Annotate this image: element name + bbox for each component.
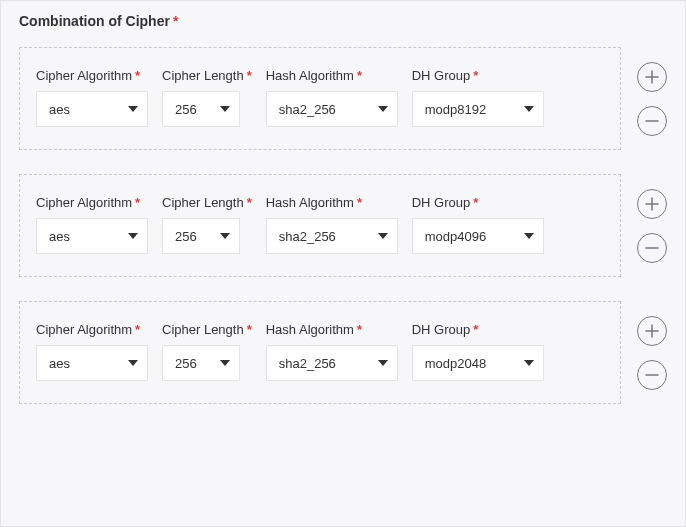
label-text: Cipher Length — [162, 195, 244, 210]
row-actions — [637, 189, 667, 263]
label-cipher-length: Cipher Length* — [162, 195, 252, 210]
label-cipher-algorithm: Cipher Algorithm* — [36, 322, 148, 337]
required-asterisk: * — [357, 322, 362, 337]
chevron-down-icon — [524, 233, 534, 239]
add-row-button[interactable] — [637, 189, 667, 219]
select-value: modp8192 — [425, 102, 486, 117]
chevron-down-icon — [220, 360, 230, 366]
cipher-row: Cipher Algorithm* aes Cipher Length* 256… — [19, 47, 667, 150]
select-dh-group[interactable]: modp2048 — [412, 345, 544, 381]
required-asterisk: * — [473, 195, 478, 210]
field-dh-group: DH Group* modp4096 — [412, 195, 544, 254]
add-row-button[interactable] — [637, 62, 667, 92]
label-cipher-length: Cipher Length* — [162, 68, 252, 83]
label-text: Cipher Algorithm — [36, 322, 132, 337]
required-asterisk: * — [357, 195, 362, 210]
row-actions — [637, 62, 667, 136]
chevron-down-icon — [378, 360, 388, 366]
label-text: Hash Algorithm — [266, 322, 354, 337]
select-hash-algorithm[interactable]: sha2_256 — [266, 218, 398, 254]
minus-icon — [645, 114, 659, 128]
chevron-down-icon — [524, 360, 534, 366]
select-value: sha2_256 — [279, 229, 336, 244]
field-cipher-length: Cipher Length* 256 — [162, 195, 252, 254]
cipher-card: Cipher Algorithm* aes Cipher Length* 256… — [19, 174, 621, 277]
select-value: 256 — [175, 356, 197, 371]
label-cipher-algorithm: Cipher Algorithm* — [36, 195, 148, 210]
select-cipher-length[interactable]: 256 — [162, 91, 240, 127]
chevron-down-icon — [128, 106, 138, 112]
cipher-row: Cipher Algorithm* aes Cipher Length* 256… — [19, 174, 667, 277]
remove-row-button[interactable] — [637, 106, 667, 136]
chevron-down-icon — [220, 106, 230, 112]
select-value: 256 — [175, 102, 197, 117]
select-value: modp4096 — [425, 229, 486, 244]
required-asterisk: * — [135, 68, 140, 83]
select-value: aes — [49, 356, 70, 371]
label-cipher-algorithm: Cipher Algorithm* — [36, 68, 148, 83]
select-value: aes — [49, 102, 70, 117]
cipher-combination-panel: Combination of Cipher* Cipher Algorithm*… — [0, 0, 686, 527]
required-asterisk: * — [247, 322, 252, 337]
required-asterisk: * — [135, 322, 140, 337]
minus-icon — [645, 241, 659, 255]
select-dh-group[interactable]: modp8192 — [412, 91, 544, 127]
chevron-down-icon — [128, 233, 138, 239]
field-dh-group: DH Group* modp8192 — [412, 68, 544, 127]
label-text: Hash Algorithm — [266, 195, 354, 210]
field-cipher-length: Cipher Length* 256 — [162, 322, 252, 381]
label-text: Cipher Algorithm — [36, 68, 132, 83]
select-value: aes — [49, 229, 70, 244]
chevron-down-icon — [524, 106, 534, 112]
select-cipher-algorithm[interactable]: aes — [36, 345, 148, 381]
label-text: Cipher Length — [162, 68, 244, 83]
chevron-down-icon — [220, 233, 230, 239]
label-dh-group: DH Group* — [412, 68, 544, 83]
select-value: sha2_256 — [279, 102, 336, 117]
select-hash-algorithm[interactable]: sha2_256 — [266, 91, 398, 127]
field-cipher-algorithm: Cipher Algorithm* aes — [36, 68, 148, 127]
required-asterisk: * — [357, 68, 362, 83]
required-asterisk: * — [473, 68, 478, 83]
label-dh-group: DH Group* — [412, 322, 544, 337]
select-cipher-algorithm[interactable]: aes — [36, 91, 148, 127]
row-actions — [637, 316, 667, 390]
required-asterisk: * — [173, 13, 178, 29]
label-hash-algorithm: Hash Algorithm* — [266, 68, 398, 83]
plus-icon — [645, 70, 659, 84]
required-asterisk: * — [135, 195, 140, 210]
field-hash-algorithm: Hash Algorithm* sha2_256 — [266, 322, 398, 381]
chevron-down-icon — [378, 106, 388, 112]
cipher-card: Cipher Algorithm* aes Cipher Length* 256… — [19, 301, 621, 404]
chevron-down-icon — [378, 233, 388, 239]
label-text: DH Group — [412, 322, 471, 337]
field-hash-algorithm: Hash Algorithm* sha2_256 — [266, 68, 398, 127]
field-cipher-length: Cipher Length* 256 — [162, 68, 252, 127]
add-row-button[interactable] — [637, 316, 667, 346]
cipher-row: Cipher Algorithm* aes Cipher Length* 256… — [19, 301, 667, 404]
field-hash-algorithm: Hash Algorithm* sha2_256 — [266, 195, 398, 254]
select-cipher-length[interactable]: 256 — [162, 218, 240, 254]
select-value: sha2_256 — [279, 356, 336, 371]
label-text: Cipher Length — [162, 322, 244, 337]
select-cipher-length[interactable]: 256 — [162, 345, 240, 381]
select-cipher-algorithm[interactable]: aes — [36, 218, 148, 254]
select-hash-algorithm[interactable]: sha2_256 — [266, 345, 398, 381]
chevron-down-icon — [128, 360, 138, 366]
required-asterisk: * — [473, 322, 478, 337]
required-asterisk: * — [247, 68, 252, 83]
plus-icon — [645, 197, 659, 211]
label-text: Cipher Algorithm — [36, 195, 132, 210]
select-value: modp2048 — [425, 356, 486, 371]
label-text: DH Group — [412, 195, 471, 210]
label-text: DH Group — [412, 68, 471, 83]
label-hash-algorithm: Hash Algorithm* — [266, 322, 398, 337]
section-title-text: Combination of Cipher — [19, 13, 170, 29]
remove-row-button[interactable] — [637, 360, 667, 390]
remove-row-button[interactable] — [637, 233, 667, 263]
field-dh-group: DH Group* modp2048 — [412, 322, 544, 381]
minus-icon — [645, 368, 659, 382]
required-asterisk: * — [247, 195, 252, 210]
section-title: Combination of Cipher* — [19, 13, 667, 29]
select-dh-group[interactable]: modp4096 — [412, 218, 544, 254]
